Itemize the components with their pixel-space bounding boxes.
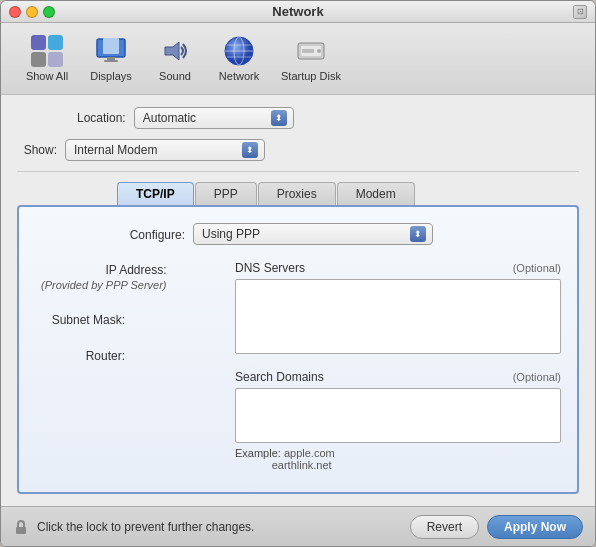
lock-icon[interactable] [13,519,29,535]
network-icon [223,35,255,67]
tab-proxies[interactable]: Proxies [258,182,336,205]
location-label: Location: [77,111,126,125]
dns-section: DNS Servers (Optional) [235,261,561,354]
sound-label: Sound [159,70,191,82]
show-all-icon [31,35,63,67]
right-panel: DNS Servers (Optional) Search Domains (O… [235,261,561,471]
location-value: Automatic [143,111,267,125]
displays-label: Displays [90,70,132,82]
resize-button[interactable]: ⊡ [573,5,587,19]
dns-textarea[interactable] [235,279,561,354]
tab-modem[interactable]: Modem [337,182,415,205]
displays-icon [95,35,127,67]
revert-button[interactable]: Revert [410,515,479,539]
toolbar-startup-disk[interactable]: Startup Disk [273,31,349,86]
toolbar-network[interactable]: Network [209,31,269,86]
search-optional: (Optional) [513,371,561,383]
close-button[interactable] [9,6,21,18]
tab-ppp[interactable]: PPP [195,182,257,205]
location-row: Location: Automatic ⬍ [17,107,579,129]
dns-header: DNS Servers (Optional) [235,261,561,275]
svg-rect-14 [16,527,26,534]
content-area: Location: Automatic ⬍ Show: Internal Mod… [1,95,595,506]
tab-panel: Configure: Using PPP ⬍ IP Address: (Prov… [17,205,579,494]
show-label: Show: [17,143,57,157]
configure-arrow-icon: ⬍ [410,226,426,242]
toolbar-show-all[interactable]: Show All [17,31,77,86]
configure-row: Configure: Using PPP ⬍ [35,223,561,245]
maximize-button[interactable] [43,6,55,18]
router-label: Router: [35,347,125,363]
subnet-mask-label: Subnet Mask: [35,311,125,327]
dns-title: DNS Servers [235,261,305,275]
ip-address-row: IP Address: (Provided by PPP Server) [35,261,215,291]
show-row: Show: Internal Modem ⬍ [17,139,579,172]
search-textarea[interactable] [235,388,561,443]
location-arrow-icon: ⬍ [271,110,287,126]
title-bar: Network ⊡ [1,1,595,23]
location-select[interactable]: Automatic ⬍ [134,107,294,129]
configure-value: Using PPP [202,227,406,241]
show-select[interactable]: Internal Modem ⬍ [65,139,265,161]
dns-optional: (Optional) [513,262,561,274]
minimize-button[interactable] [26,6,38,18]
traffic-lights [9,6,55,18]
search-title: Search Domains [235,370,324,384]
sound-icon [159,35,191,67]
subnet-mask-row: Subnet Mask: [35,311,215,327]
toolbar-displays[interactable]: Displays [81,31,141,86]
router-row: Router: [35,347,215,363]
show-value: Internal Modem [74,143,238,157]
network-label: Network [219,70,259,82]
search-header: Search Domains (Optional) [235,370,561,384]
example-text: Example: apple.com earthlink.net [235,447,561,471]
svg-rect-1 [103,38,119,54]
apply-now-button[interactable]: Apply Now [487,515,583,539]
lock-text: Click the lock to prevent further change… [37,520,402,534]
window-title: Network [272,4,323,19]
svg-rect-2 [107,57,115,60]
configure-label: Configure: [95,226,185,242]
startup-disk-icon [295,35,327,67]
left-panel: IP Address: (Provided by PPP Server) Sub… [35,261,215,471]
example-label: Example: [235,447,281,459]
show-arrow-icon: ⬍ [242,142,258,158]
toolbar-sound[interactable]: Sound [145,31,205,86]
svg-point-12 [317,49,321,53]
startup-disk-label: Startup Disk [281,70,341,82]
toolbar: Show All Displays Sound [1,23,595,95]
bottom-bar: Click the lock to prevent further change… [1,506,595,546]
search-section: Search Domains (Optional) Example: apple… [235,370,561,471]
svg-rect-13 [302,49,314,53]
svg-rect-3 [104,60,118,62]
ip-address-note: (Provided by PPP Server) [35,277,167,291]
tabs: TCP/IP PPP Proxies Modem [17,182,579,205]
svg-marker-4 [165,42,179,60]
window: Network ⊡ Show All [0,0,596,547]
ip-address-label: IP Address: [35,261,167,277]
tab-tcp-ip[interactable]: TCP/IP [117,182,194,205]
configure-select[interactable]: Using PPP ⬍ [193,223,433,245]
show-all-label: Show All [26,70,68,82]
form-area: IP Address: (Provided by PPP Server) Sub… [35,261,561,471]
